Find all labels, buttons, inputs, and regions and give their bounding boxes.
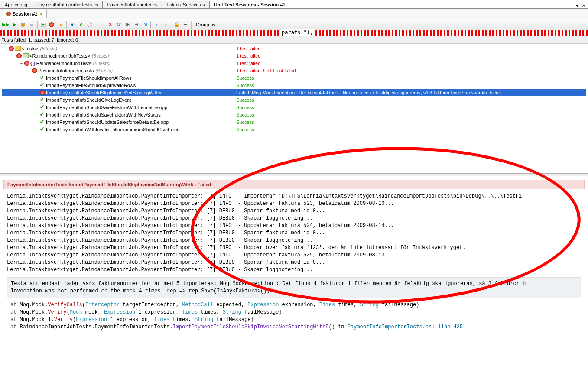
file-tab-bar: App.configPaymentInfoImporterTests.csPay… xyxy=(0,0,588,9)
session-tab-bar: Session #1 ✕ xyxy=(0,9,588,19)
test-status: Success xyxy=(236,127,254,132)
pass-icon xyxy=(40,112,45,117)
add-icon[interactable]: + xyxy=(39,21,47,29)
folder-icon xyxy=(15,46,21,51)
close-icon[interactable]: ✕ xyxy=(582,3,585,8)
tree-row[interactable]: ImportPaymentFileShouldSkipInvoiceNotSta… xyxy=(2,89,586,96)
filter-list-icon[interactable]: ≡ xyxy=(94,21,102,29)
fail-icon xyxy=(16,53,22,58)
tree-row[interactable]: −<RaindanceImportJobTests>(8 tests)1 tes… xyxy=(2,52,586,59)
collapse-icon[interactable]: ⊟ xyxy=(132,21,140,29)
filter-circle-icon[interactable]: ◯ xyxy=(86,21,94,29)
tree-row[interactable]: ImportPaymentInfoWithInvalidFakturanumme… xyxy=(2,126,586,133)
dropdown-icon[interactable]: ▼ xyxy=(575,3,579,8)
stack-frame: at Moq.Mock.VerifyCalls(Interceptor targ… xyxy=(10,301,578,309)
remove-fail-icon[interactable] xyxy=(48,21,56,29)
tree-icon[interactable]: ⊞ xyxy=(123,21,131,29)
separator xyxy=(150,21,151,29)
tree-row[interactable]: −PaymentInfoImporterTests(8 tests)1 test… xyxy=(2,67,586,74)
status-line: Tests failed: 1, passed: 7, ignored: 0 xyxy=(0,36,588,44)
test-name: PaymentInfoImporterTests xyxy=(38,68,94,73)
tree-row[interactable]: ImportPaymentInfoShouldSaveFakturaWithNe… xyxy=(2,111,586,118)
file-tab[interactable]: FakturaService.cs xyxy=(162,1,210,8)
filter-pass-icon[interactable]: ✔ xyxy=(77,21,85,29)
test-status: 1 test failed xyxy=(236,46,260,51)
run-icon[interactable]: ▶ xyxy=(10,21,18,29)
overflow-text: parats."); xyxy=(281,29,314,36)
separator xyxy=(191,21,192,29)
prev-icon[interactable]: ↑ xyxy=(153,21,160,29)
stack-frame[interactable]: at RaindanceImportJobTests.PaymentInfoIm… xyxy=(10,324,578,331)
namespace-icon: { } xyxy=(30,61,36,66)
test-count: (8 tests) xyxy=(93,61,110,66)
file-tab[interactable]: PaymentInfoImporterTests.cs xyxy=(32,1,103,8)
stop-icon[interactable]: ■ xyxy=(28,21,36,29)
tree-row[interactable]: ImportPaymentInfoShouldGiveLogEventSucce… xyxy=(2,96,586,104)
log-output[interactable]: Lernia.Intäktsverktyget.RaindanceImportJ… xyxy=(3,193,585,274)
file-tab[interactable]: PaymentInfoImporter.cs xyxy=(102,1,162,8)
session-tab-label: Session #1 xyxy=(13,11,37,16)
tree-row[interactable]: ImportPaymentInfoShouldSaveFakturaWithBe… xyxy=(2,104,586,111)
group-by-label: Group by: xyxy=(196,22,217,27)
test-tree[interactable]: −<Tests>(8 tests)1 test failed−<Raindanc… xyxy=(0,44,588,174)
test-name: ImportPaymentFileShouldSkipInvoiceNotSta… xyxy=(46,90,161,95)
test-count: (8 tests) xyxy=(92,53,109,58)
output-pane: PaymentInfoImporterTests.ImportPaymentFi… xyxy=(0,176,588,331)
test-status: 1 test failed xyxy=(236,53,260,58)
tree-toggle-icon[interactable]: − xyxy=(27,68,32,73)
remove-warn-icon[interactable]: ● xyxy=(57,21,65,29)
separator xyxy=(104,21,104,29)
test-name: <RaindanceImportJobTests> xyxy=(29,53,90,58)
filter-icon[interactable]: ▼ xyxy=(68,21,76,29)
stack-trace[interactable]: at Moq.Mock.VerifyCalls(Interceptor targ… xyxy=(3,301,585,331)
separator xyxy=(66,21,67,29)
tree-row[interactable]: ImportPaymentInfoShouldUpdateSalesforceB… xyxy=(2,118,586,126)
options-icon[interactable]: ☰ xyxy=(182,21,189,29)
next-icon[interactable]: ↓ xyxy=(161,21,169,29)
tree-row[interactable]: −{ }RaindanceImportJobTests(8 tests)1 te… xyxy=(2,59,586,67)
session-icon xyxy=(6,12,11,16)
tree-toggle-icon[interactable]: − xyxy=(11,53,16,58)
file-tab[interactable]: Unit Test Sessions - Session #1 xyxy=(209,1,290,8)
refresh-icon[interactable]: ⟳ xyxy=(115,21,123,29)
fail-icon xyxy=(32,68,37,73)
tree-row[interactable]: ImportPaymentFileShouldImportAllRowsSucc… xyxy=(2,74,586,81)
fail-icon xyxy=(40,90,45,95)
test-name: ImportPaymentInfoShouldGiveLogEvent xyxy=(46,97,131,103)
pass-icon xyxy=(40,97,45,103)
test-name: ImportPaymentInfoShouldUpdateSalesforceB… xyxy=(46,120,169,125)
pass-icon xyxy=(40,127,45,132)
stack-frame: at Moq.Mock.Verify(Mock mock, Expression… xyxy=(10,309,578,316)
export-icon[interactable]: ⇲ xyxy=(141,21,149,29)
pass-icon xyxy=(40,120,45,125)
separator xyxy=(171,21,171,29)
tree-toggle-icon[interactable]: − xyxy=(3,46,9,51)
toolbar: ▶▶ ▶ ■ + ● ▼ ✔ ◯ ≡ ✕ ⟳ ⊞ ⊟ ⇲ ↑ ↓ 🔒 ☰ Gro… xyxy=(0,19,588,30)
test-name: RaindanceImportJobTests xyxy=(36,61,91,66)
debug-icon[interactable] xyxy=(19,21,27,29)
file-tab[interactable]: App.config xyxy=(0,1,32,8)
pass-icon xyxy=(40,75,45,81)
test-status: Success xyxy=(236,83,254,88)
fail-banner: PaymentInfoImporterTests.ImportPaymentFi… xyxy=(3,180,585,189)
svg-text:+: + xyxy=(42,22,45,27)
delete-icon[interactable]: ✕ xyxy=(106,21,114,29)
test-name: ImportPaymentInfoWithInvalidFakturanumme… xyxy=(46,127,179,132)
test-name: ImportPaymentInfoShouldSaveFakturaWithNe… xyxy=(46,112,161,117)
test-name: ImportPaymentFileShouldImportAllRows xyxy=(46,75,131,81)
test-status: 1 test failed: Child test failed xyxy=(236,68,296,73)
run-all-icon[interactable]: ▶▶ xyxy=(2,21,10,29)
test-status: Success xyxy=(236,112,254,117)
test-name: <Tests> xyxy=(22,46,39,51)
tree-toggle-icon[interactable]: − xyxy=(19,61,24,66)
session-close-icon[interactable]: ✕ xyxy=(39,11,43,17)
pass-icon xyxy=(40,105,45,110)
pass-icon xyxy=(40,83,45,88)
test-name: ImportPaymentFileShouldSkipInvalidRows xyxy=(46,83,136,88)
stack-frame: at Moq.Mock`1.Verify(Expression`1 expres… xyxy=(10,316,578,324)
tree-row[interactable]: ImportPaymentFileShouldSkipInvalidRowsSu… xyxy=(2,81,586,89)
tree-row[interactable]: −<Tests>(8 tests)1 test failed xyxy=(2,45,586,52)
session-tab[interactable]: Session #1 ✕ xyxy=(3,10,47,18)
error-message[interactable]: Testa att endast rader vars fakturanumme… xyxy=(7,277,581,298)
lock-icon[interactable]: 🔒 xyxy=(173,21,181,29)
